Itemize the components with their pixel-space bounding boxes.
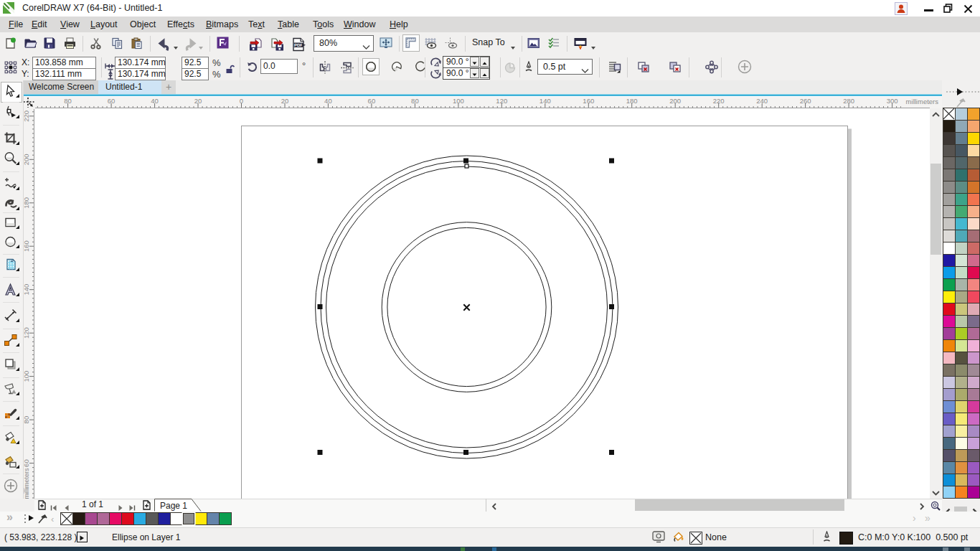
svg-text:40: 40 (151, 97, 159, 105)
svg-text:20: 20 (281, 97, 289, 105)
svg-text:140: 140 (23, 284, 30, 296)
svg-text:160: 160 (23, 240, 30, 252)
svg-text:100: 100 (23, 371, 30, 382)
svg-text:120: 120 (496, 97, 507, 105)
svg-text:180: 180 (626, 97, 638, 105)
svg-text:0: 0 (240, 97, 243, 105)
svg-text:200: 200 (23, 154, 30, 165)
svg-text:millimeters: millimeters (906, 98, 939, 105)
svg-text:180: 180 (23, 197, 30, 209)
svg-text:300: 300 (887, 97, 898, 105)
svg-text:20: 20 (194, 97, 202, 105)
svg-text:280: 280 (843, 97, 854, 105)
svg-text:240: 240 (756, 97, 768, 105)
svg-text:160: 160 (583, 97, 594, 105)
svg-text:60: 60 (368, 97, 376, 105)
svg-text:120: 120 (23, 327, 30, 339)
svg-text:millimeters: millimeters (23, 468, 30, 499)
svg-text:260: 260 (800, 97, 811, 105)
svg-text:220: 220 (23, 110, 30, 122)
svg-text:Page 1: Page 1 (160, 501, 187, 511)
svg-text:80: 80 (64, 97, 72, 105)
svg-text:60: 60 (23, 459, 30, 467)
svg-text:140: 140 (540, 97, 551, 105)
svg-text:40: 40 (324, 97, 332, 105)
svg-text:80: 80 (411, 97, 419, 105)
svg-text:60: 60 (108, 97, 116, 105)
svg-text:220: 220 (713, 97, 725, 105)
svg-text:100: 100 (453, 97, 464, 105)
svg-text:200: 200 (669, 97, 681, 105)
svg-text:80: 80 (23, 416, 30, 424)
